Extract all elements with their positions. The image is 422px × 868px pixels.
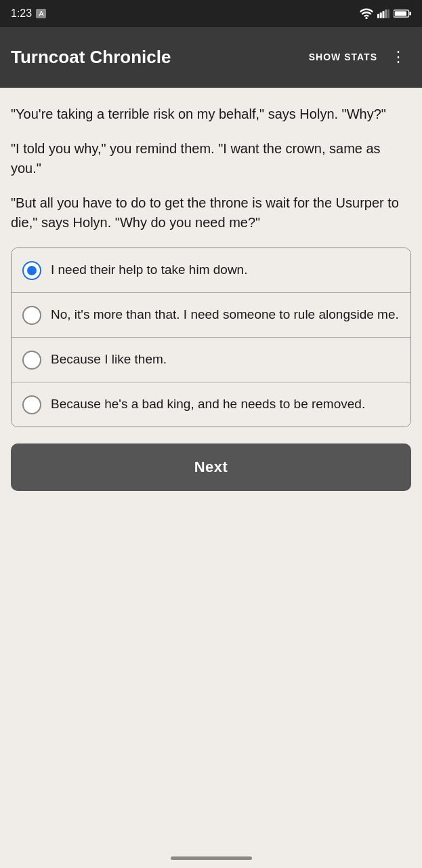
main-content: "You're taking a terrible risk on my beh… [0, 88, 422, 848]
choice-text-3: Because I like them. [51, 350, 400, 369]
status-bar-left: 1:23 A [11, 7, 46, 20]
choice-item-2[interactable]: No, it's more than that. I need someone … [12, 293, 410, 338]
choice-text-2: No, it's more than that. I need someone … [51, 305, 400, 324]
choice-text-1: I need their help to take him down. [51, 260, 400, 279]
story-paragraph-2: "I told you why," you remind them. "I wa… [11, 139, 411, 178]
battery-icon [394, 9, 411, 18]
status-bar: 1:23 A [0, 0, 422, 27]
story-paragraph-1: "You're taking a terrible risk on my beh… [11, 104, 411, 124]
svg-rect-4 [385, 9, 387, 18]
app-title: Turncoat Chronicle [11, 47, 306, 68]
radio-button-3[interactable] [22, 351, 41, 370]
radio-button-4[interactable] [22, 395, 41, 414]
app-bar: Turncoat Chronicle SHOW STATS ⋮ [0, 27, 422, 87]
svg-rect-8 [395, 12, 406, 16]
svg-rect-2 [380, 13, 382, 18]
accessibility-badge: A [36, 9, 46, 18]
story-paragraph-3: "But all you have to do to get the thron… [11, 193, 411, 233]
wifi-icon [360, 8, 373, 19]
next-button[interactable]: Next [11, 443, 411, 491]
svg-rect-7 [409, 12, 411, 15]
signal-icon [377, 8, 389, 19]
bottom-spacer [11, 491, 411, 837]
overflow-menu-button[interactable]: ⋮ [385, 44, 411, 70]
status-bar-right [360, 8, 411, 19]
choice-item-1[interactable]: I need their help to take him down. [12, 248, 410, 293]
radio-button-2[interactable] [22, 306, 41, 325]
app-bar-actions: SHOW STATS ⋮ [306, 44, 411, 70]
choice-item-3[interactable]: Because I like them. [12, 338, 410, 382]
show-stats-button[interactable]: SHOW STATS [306, 46, 380, 68]
choices-container: I need their help to take him down. No, … [11, 248, 411, 427]
radio-button-1[interactable] [22, 261, 41, 280]
svg-rect-5 [387, 9, 389, 18]
time-display: 1:23 [11, 7, 32, 20]
choice-text-4: Because he's a bad king, and he needs to… [51, 395, 400, 414]
svg-rect-1 [377, 14, 379, 18]
home-indicator-bar [171, 856, 252, 860]
choice-item-4[interactable]: Because he's a bad king, and he needs to… [12, 382, 410, 427]
home-indicator [0, 848, 422, 868]
svg-rect-3 [383, 11, 385, 18]
svg-point-0 [365, 17, 367, 19]
